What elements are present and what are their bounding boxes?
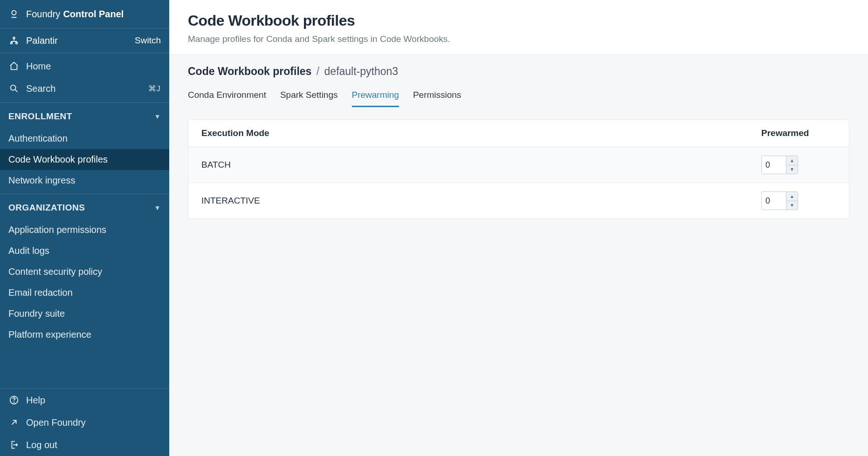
org-selector[interactable]: Palantir Switch <box>0 28 169 53</box>
sidebar-item-email-redaction[interactable]: Email redaction <box>0 282 169 303</box>
breadcrumb-root[interactable]: Code Workbook profiles <box>188 65 311 77</box>
tabs: Conda Environment Spark Settings Prewarm… <box>188 87 849 107</box>
prewarming-table: Execution Mode Prewarmed BATCH ▲ ▼ INTER… <box>188 119 849 219</box>
main: Code Workbook profiles Manage profiles f… <box>169 0 868 456</box>
sidebar-item-network-ingress[interactable]: Network ingress <box>0 170 169 191</box>
svg-point-0 <box>12 11 16 15</box>
row-mode-label: INTERACTIVE <box>201 196 761 206</box>
step-up-button[interactable]: ▲ <box>786 156 798 165</box>
switch-org-link[interactable]: Switch <box>135 35 161 46</box>
org-icon <box>8 35 20 46</box>
footer-open-label: Open Foundry <box>26 417 86 428</box>
page-header: Code Workbook profiles Manage profiles f… <box>169 0 868 54</box>
prewarmed-stepper-interactive[interactable]: ▲ ▼ <box>761 191 798 210</box>
page-subtitle: Manage profiles for Conda and Spark sett… <box>188 34 849 44</box>
svg-point-6 <box>11 85 16 90</box>
col-header-mode: Execution Mode <box>201 128 761 138</box>
col-header-prewarmed: Prewarmed <box>761 128 836 138</box>
tab-conda-environment[interactable]: Conda Environment <box>188 87 266 107</box>
section-organizations-label: Organizations <box>8 203 85 213</box>
chevron-down-icon: ▼ <box>154 113 161 120</box>
sidebar-item-authentication[interactable]: Authentication <box>0 128 169 149</box>
help-icon <box>8 395 20 406</box>
breadcrumb-leaf: default-python3 <box>324 65 399 77</box>
svg-point-4 <box>16 42 18 44</box>
svg-point-1 <box>13 37 15 39</box>
prewarmed-stepper-batch[interactable]: ▲ ▼ <box>761 156 798 174</box>
step-down-button[interactable]: ▼ <box>786 165 798 174</box>
nav-home-label: Home <box>26 61 51 72</box>
section-enrollment-label: Enrollment <box>8 111 72 122</box>
chevron-down-icon: ▼ <box>154 204 161 211</box>
sidebar-item-application-permissions[interactable]: Application permissions <box>0 219 169 240</box>
step-down-button[interactable]: ▼ <box>786 201 798 210</box>
prewarmed-input[interactable] <box>762 156 786 174</box>
prewarmed-input[interactable] <box>762 192 786 210</box>
footer-logout[interactable]: Log out <box>0 434 169 456</box>
footer-help-label: Help <box>26 395 45 406</box>
nav-search[interactable]: Search ⌘J <box>0 77 169 100</box>
search-icon <box>8 83 20 94</box>
logout-icon <box>8 439 20 450</box>
sidebar-item-audit-logs[interactable]: Audit logs <box>0 240 169 261</box>
page-title: Code Workbook profiles <box>188 12 849 29</box>
breadcrumb: Code Workbook profiles / default-python3 <box>188 65 849 78</box>
search-shortcut: ⌘J <box>148 84 161 94</box>
sidebar-item-content-security-policy[interactable]: Content security policy <box>0 261 169 282</box>
footer-help[interactable]: Help <box>0 389 169 411</box>
table-header-row: Execution Mode Prewarmed <box>188 120 849 147</box>
app-header: Foundry Control Panel <box>0 0 169 28</box>
open-external-icon <box>8 417 20 428</box>
org-name: Palantir <box>26 35 58 46</box>
sidebar-item-platform-experience[interactable]: Platform experience <box>0 324 169 345</box>
tab-prewarming[interactable]: Prewarming <box>352 87 399 107</box>
svg-point-2 <box>11 42 13 44</box>
foundry-logo-icon <box>8 8 20 20</box>
tab-permissions[interactable]: Permissions <box>413 87 461 107</box>
home-icon <box>8 61 20 72</box>
breadcrumb-separator: / <box>317 65 319 77</box>
content-area: Code Workbook profiles / default-python3… <box>169 54 868 456</box>
footer-open-foundry[interactable]: Open Foundry <box>0 411 169 434</box>
nav-search-label: Search <box>26 83 55 94</box>
row-mode-label: BATCH <box>201 160 761 170</box>
sidebar: Foundry Control Panel Palantir Switch Ho… <box>0 0 169 456</box>
section-enrollment[interactable]: Enrollment ▼ <box>0 102 169 128</box>
app-name-bold: Control Panel <box>63 9 124 20</box>
nav-home[interactable]: Home <box>0 55 169 77</box>
section-organizations[interactable]: Organizations ▼ <box>0 194 169 219</box>
table-row: INTERACTIVE ▲ ▼ <box>188 183 849 218</box>
sidebar-item-code-workbook-profiles[interactable]: Code Workbook profiles <box>0 149 169 170</box>
sidebar-item-foundry-suite[interactable]: Foundry suite <box>0 303 169 324</box>
step-up-button[interactable]: ▲ <box>786 192 798 201</box>
footer-logout-label: Log out <box>26 440 57 450</box>
tab-spark-settings[interactable]: Spark Settings <box>280 87 338 107</box>
table-row: BATCH ▲ ▼ <box>188 147 849 183</box>
svg-point-8 <box>14 402 14 402</box>
app-name-light: Foundry <box>26 9 60 20</box>
